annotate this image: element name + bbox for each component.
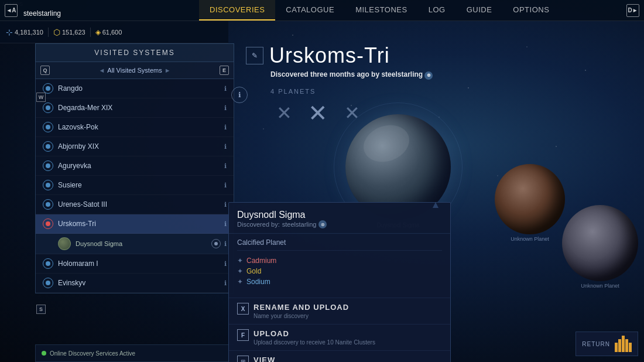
planet-x-2: ✕ — [308, 100, 328, 127]
planet-popup: Duysnodl Sigma Discovered by: steelstarl… — [228, 202, 451, 362]
planet-sub-right: ℹ — [211, 239, 227, 248]
info-icon: ℹ — [224, 201, 227, 209]
system-item-left: Evinskyv — [43, 278, 85, 288]
action-upload-text: UPLOAD Upload discovery to receive 10 Na… — [254, 329, 375, 346]
status-text: Online Discovery Services Active — [50, 350, 135, 357]
action-upload[interactable]: F UPLOAD Upload discovery to receive 10 … — [229, 324, 450, 350]
return-text: RETURN — [582, 341, 610, 347]
topbar: ◄ A steelstarling DISCOVERIES CATALOGUE … — [0, 0, 644, 21]
list-item[interactable]: Susiere ℹ — [36, 176, 234, 195]
system-name: Urskoms-Tri — [58, 220, 96, 228]
list-item[interactable]: Rangdo ℹ — [36, 79, 234, 98]
units-resource: ⊹ 4,181,310 — [6, 28, 43, 37]
scroll-up-key[interactable]: W — [36, 93, 46, 102]
planet-sub-left: Duysnodl Sigma — [58, 237, 122, 250]
planet-slot-1: ✕ — [270, 100, 297, 127]
action-rename-text: RENAME AND UPLOAD Name your discovery — [254, 303, 349, 319]
resource-sodium: ✦ Sodium — [237, 276, 442, 287]
list-item[interactable]: Aguryevka ℹ — [36, 156, 234, 176]
list-item[interactable]: Lazovsk-Pok ℹ — [36, 118, 234, 137]
tab-discoveries[interactable]: DISCOVERIES — [199, 0, 275, 21]
tab-options[interactable]: OPTIONS — [502, 0, 560, 21]
unknown-label-1: Unknown Planet — [495, 236, 565, 242]
plus-icon-3: ✦ — [237, 278, 243, 286]
discovered-label: Discovered — [270, 70, 309, 78]
status-indicator — [42, 351, 46, 356]
tab-log[interactable]: LOG — [418, 0, 456, 21]
plus-icon-1: ✦ — [237, 257, 243, 265]
gg-bars — [615, 336, 632, 352]
list-item[interactable]: Abjornby XIX ℹ — [36, 137, 234, 156]
system-main-title: Urskoms-Tri — [269, 43, 390, 68]
system-icon-red — [43, 218, 53, 229]
panel-header: VISITED SYSTEMS — [35, 43, 234, 62]
system-item-left: Abjornby XIX — [43, 141, 99, 152]
by-label: by — [371, 70, 379, 78]
info-icon: ℹ — [224, 260, 227, 268]
nav-right-btn[interactable]: D ► — [626, 4, 639, 17]
edit-system-button[interactable]: ✎ — [246, 47, 263, 64]
unknown-planet-1-container: Unknown Planet — [495, 164, 565, 242]
discoverer-name: steelstarling — [381, 70, 423, 78]
system-name: Aguryevka — [58, 162, 91, 170]
tab-guide[interactable]: GUIDE — [456, 0, 503, 21]
list-item[interactable]: Holomaram I ℹ — [36, 254, 234, 274]
q-key[interactable]: Q — [40, 66, 50, 75]
list-item-selected[interactable]: Urskoms-Tri ℹ — [36, 214, 234, 234]
resource-list: ✦ Cadmium ✦ Gold ✦ Sodium — [237, 255, 442, 287]
action-view-text: VIEW View all information gathered on th… — [254, 356, 365, 362]
list-item[interactable]: Degarda-Mer XIX ℹ — [36, 98, 234, 118]
popup-planet-title: Duysnodl Sigma — [237, 210, 442, 220]
unknown-label-2: Unknown Planet — [562, 283, 638, 289]
scroll-down-key[interactable]: S — [36, 305, 46, 314]
quicksilver-value: 61,600 — [102, 29, 122, 36]
panel-nav-right[interactable]: E — [220, 66, 229, 75]
action-rename[interactable]: X RENAME AND UPLOAD Name your discovery — [229, 298, 450, 324]
list-item[interactable]: Urenes-Satot III ℹ — [36, 195, 234, 214]
info-icon: ℹ — [224, 279, 227, 287]
popup-body: Calcified Planet ✦ Cadmium ✦ Gold ✦ Sodi… — [229, 234, 450, 298]
nanites-value: 151,623 — [62, 29, 85, 36]
quicksilver-resource: ◈ 61,600 — [95, 28, 122, 36]
tab-milestones[interactable]: MILESTONES — [345, 0, 418, 21]
info-icon: ℹ — [224, 104, 227, 112]
left-panel: VISITED SYSTEMS Q ◄ All Visited Systems … — [35, 43, 234, 293]
x-key: X — [237, 303, 249, 315]
system-icon — [43, 278, 53, 288]
e-key[interactable]: E — [220, 66, 229, 75]
popup-header: Duysnodl Sigma Discovered by: steelstarl… — [229, 203, 450, 234]
nav-left-btn[interactable]: ◄ A — [5, 4, 18, 17]
info-icon: ℹ — [224, 240, 227, 248]
rename-label: RENAME AND UPLOAD — [254, 303, 349, 312]
planet-icons-row: ✕ ✕ ✕ — [270, 100, 632, 127]
panel-nav-center: ◄ All Visited Systems ► — [98, 67, 170, 74]
info-icon: ℹ — [224, 124, 227, 131]
bar-5 — [629, 343, 632, 352]
system-subtitle: Discovered three months ago by steelstar… — [270, 70, 632, 80]
system-info-button[interactable]: ℹ — [231, 87, 248, 103]
action-view[interactable]: ⊞ VIEW View all information gathered on … — [229, 350, 450, 362]
planet-type: Calcified Planet — [237, 238, 442, 251]
system-name: Urenes-Satot III — [58, 200, 107, 209]
unknown-planet-1 — [495, 164, 565, 234]
panel-nav-left[interactable]: Q — [40, 66, 50, 75]
system-item-left: Degarda-Mer XIX — [43, 103, 112, 113]
info-icon: ℹ — [224, 162, 227, 170]
panel-nav: Q ◄ All Visited Systems ► E — [35, 62, 234, 78]
bar-4 — [625, 339, 628, 352]
return-logo: RETURN — [576, 332, 638, 356]
nanites-resource: ⬡ 151,623 — [53, 28, 85, 37]
planet-sub-item[interactable]: Duysnodl Sigma ℹ — [36, 234, 234, 254]
list-item[interactable]: Evinskyv ℹ — [36, 274, 234, 293]
info-icon: ℹ — [224, 182, 227, 189]
system-item-left: Susiere — [43, 180, 82, 190]
topbar-left: ◄ A steelstarling — [0, 4, 117, 18]
system-item-left: Urskoms-Tri — [43, 218, 96, 229]
system-icon — [43, 180, 53, 190]
units-value: 4,181,310 — [15, 29, 43, 36]
system-icon — [43, 199, 53, 210]
tab-catalogue[interactable]: CATALOGUE — [275, 0, 345, 21]
info-icon: ℹ — [224, 143, 227, 151]
system-item-left: Lazovsk-Pok — [43, 122, 98, 132]
planet-sub-name: Duysnodl Sigma — [76, 240, 122, 247]
